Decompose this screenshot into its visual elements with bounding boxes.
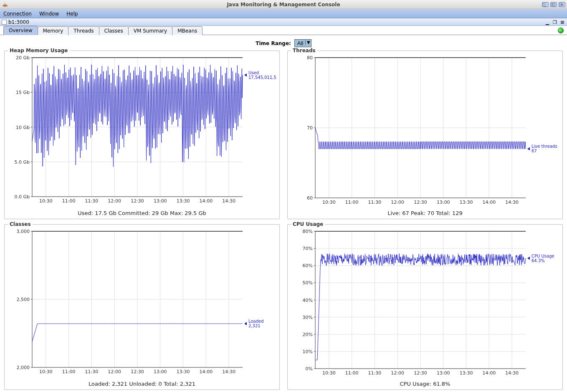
- internal-restore-button[interactable]: ❐: [552, 20, 558, 25]
- heap-summary: Used: 17.5 Gb Committed: 29 Gb Max: 29.5…: [8, 210, 276, 216]
- menu-connection[interactable]: Connection: [3, 11, 32, 17]
- heap-chart[interactable]: 0.0 Gb5.0 Gb10 Gb15 Gb20 Gb10:3011:0011:…: [8, 55, 276, 208]
- svg-text:13:00: 13:00: [437, 370, 450, 376]
- svg-text:11:30: 11:30: [85, 198, 99, 204]
- svg-text:14:00: 14:00: [199, 369, 213, 374]
- svg-text:13:00: 13:00: [437, 200, 450, 205]
- cpu-panel: CPU Usage 0%10%20%30%40%50%60%70%80%10:3…: [287, 224, 563, 390]
- heap-panel: Heap Memory Usage 0.0 Gb5.0 Gb10 Gb15 Gb…: [4, 51, 280, 219]
- tab-overview[interactable]: Overview: [3, 26, 38, 35]
- os-titlebar: Java Monitoring & Management Console _ □…: [0, 0, 567, 9]
- svg-text:10:30: 10:30: [39, 369, 53, 374]
- svg-text:2,321: 2,321: [248, 324, 261, 328]
- svg-text:13:00: 13:00: [154, 198, 167, 204]
- svg-text:13:30: 13:30: [177, 198, 190, 204]
- classes-summary: Loaded: 2,321 Unloaded: 0 Total: 2,321: [8, 381, 276, 387]
- svg-text:14:30: 14:30: [222, 198, 235, 204]
- svg-text:12:00: 12:00: [391, 370, 404, 376]
- svg-text:14:00: 14:00: [199, 198, 213, 204]
- internal-frame-title: b1:3000: [8, 19, 29, 25]
- svg-text:2,000: 2,000: [17, 365, 30, 370]
- svg-text:67: 67: [532, 149, 537, 153]
- svg-text:2,500: 2,500: [17, 297, 30, 302]
- svg-text:5.0 Gb: 5.0 Gb: [15, 159, 30, 165]
- maximize-button[interactable]: □: [550, 2, 557, 7]
- svg-text:12:30: 12:30: [131, 198, 144, 204]
- svg-text:50%: 50%: [303, 280, 313, 286]
- tab-memory[interactable]: Memory: [38, 26, 69, 35]
- svg-text:10:30: 10:30: [39, 198, 53, 204]
- svg-text:40%: 40%: [303, 298, 313, 303]
- svg-text:Live threads: Live threads: [532, 144, 557, 149]
- svg-text:13:30: 13:30: [460, 200, 473, 205]
- svg-text:10%: 10%: [303, 349, 313, 354]
- menubar: Connection Window Help: [0, 9, 567, 18]
- svg-text:11:30: 11:30: [368, 200, 382, 205]
- svg-text:12:00: 12:00: [108, 198, 121, 204]
- classes-panel-title: Classes: [8, 221, 33, 227]
- svg-text:11:00: 11:00: [62, 369, 76, 374]
- time-range-select[interactable]: All: [294, 39, 311, 47]
- threads-panel: Threads 60708010:3011:0011:3012:0012:301…: [287, 51, 563, 219]
- time-range-row: Time Range: All: [4, 39, 563, 47]
- close-button[interactable]: ×: [559, 2, 565, 7]
- svg-text:11:30: 11:30: [368, 370, 382, 376]
- overview-content: Time Range: All Heap Memory Usage 0.0 Gb…: [0, 35, 567, 392]
- tab-mbeans[interactable]: MBeans: [172, 26, 202, 35]
- svg-text:12:00: 12:00: [108, 369, 121, 374]
- svg-text:11:00: 11:00: [62, 198, 76, 204]
- svg-text:64.3%: 64.3%: [532, 258, 545, 263]
- svg-text:Used: Used: [248, 71, 259, 75]
- svg-text:14:30: 14:30: [222, 369, 235, 374]
- tab-classes[interactable]: Classes: [99, 26, 129, 35]
- java-coffee-icon: [2, 1, 8, 8]
- svg-text:14:00: 14:00: [482, 370, 496, 376]
- tab-bar: Overview Memory Threads Classes VM Summa…: [0, 26, 567, 35]
- classes-chart[interactable]: 2,0002,5003,00010:3011:0011:3012:0012:30…: [8, 229, 276, 379]
- cpu-summary: CPU Usage: 61.8%: [291, 381, 559, 387]
- internal-minimize-button[interactable]: ▁: [544, 20, 550, 25]
- document-icon: [2, 20, 7, 25]
- svg-text:80: 80: [307, 55, 313, 61]
- svg-text:Loaded: Loaded: [248, 319, 264, 324]
- threads-chart[interactable]: 60708010:3011:0011:3012:0012:3013:0013:3…: [291, 55, 559, 208]
- svg-text:11:30: 11:30: [85, 369, 99, 374]
- heap-panel-title: Heap Memory Usage: [8, 48, 70, 53]
- svg-text:17,545,011,536: 17,545,011,536: [248, 75, 276, 80]
- svg-text:60%: 60%: [303, 263, 313, 268]
- classes-panel: Classes 2,0002,5003,00010:3011:0011:3012…: [4, 224, 280, 390]
- cpu-chart[interactable]: 0%10%20%30%40%50%60%70%80%10:3011:0011:3…: [291, 229, 559, 379]
- window-title: Java Monitoring & Management Console: [227, 2, 340, 8]
- threads-panel-title: Threads: [291, 48, 317, 53]
- svg-text:0%: 0%: [306, 366, 313, 372]
- svg-text:20 Gb: 20 Gb: [16, 55, 30, 61]
- connection-status-icon: [558, 28, 564, 33]
- svg-text:14:00: 14:00: [482, 200, 496, 205]
- svg-text:10:30: 10:30: [322, 370, 336, 376]
- svg-text:11:00: 11:00: [345, 200, 359, 205]
- minimize-button[interactable]: _: [542, 2, 549, 7]
- svg-text:13:30: 13:30: [177, 369, 190, 374]
- time-range-label: Time Range:: [256, 40, 291, 46]
- svg-text:10 Gb: 10 Gb: [16, 125, 30, 130]
- svg-text:11:00: 11:00: [345, 370, 359, 376]
- internal-close-button[interactable]: ⊠: [559, 20, 565, 25]
- svg-text:70%: 70%: [303, 246, 313, 251]
- menu-window[interactable]: Window: [39, 11, 59, 17]
- svg-text:0.0 Gb: 0.0 Gb: [15, 194, 30, 200]
- svg-text:20%: 20%: [303, 332, 313, 337]
- svg-text:3,000: 3,000: [17, 229, 30, 234]
- tab-vm-summary[interactable]: VM Summary: [128, 26, 172, 35]
- svg-text:12:30: 12:30: [414, 370, 427, 376]
- menu-help[interactable]: Help: [66, 11, 78, 17]
- svg-text:70: 70: [307, 125, 313, 131]
- svg-text:10:30: 10:30: [322, 200, 336, 205]
- svg-text:13:30: 13:30: [460, 370, 473, 376]
- cpu-panel-title: CPU Usage: [291, 221, 325, 227]
- svg-text:13:00: 13:00: [154, 369, 167, 374]
- svg-text:30%: 30%: [303, 315, 313, 320]
- svg-text:12:30: 12:30: [414, 200, 427, 205]
- tab-threads[interactable]: Threads: [68, 26, 99, 35]
- svg-text:14:30: 14:30: [505, 370, 519, 376]
- internal-frame-titlebar: b1:3000 ▁ ❐ ⊠: [0, 18, 567, 26]
